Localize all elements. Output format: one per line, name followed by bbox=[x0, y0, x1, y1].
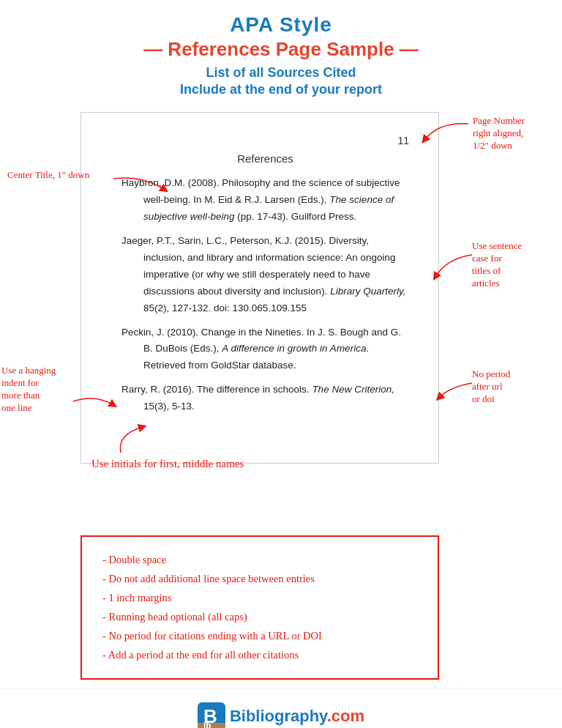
rules-box: Double space Do not add additional line … bbox=[80, 535, 439, 680]
rule-item-1: Double space bbox=[102, 550, 420, 569]
footer: B ib Bibliography.com TEACHER APPROVED. … bbox=[0, 688, 562, 728]
paper-document: 11 References Haybron, D.M. (2008). Phil… bbox=[80, 112, 439, 464]
references-title: References bbox=[121, 152, 409, 165]
annotation-sentencecase: Use sentencecase fortitles ofarticles bbox=[472, 240, 556, 290]
page-wrapper: APA Style — References Page Sample — Lis… bbox=[0, 0, 562, 728]
rule-item-4: Running head optional (all caps) bbox=[102, 607, 420, 626]
bibliography-logo-icon: B ib bbox=[198, 702, 225, 728]
footer-logo-com: .com bbox=[327, 707, 364, 725]
svg-marker-2 bbox=[198, 723, 225, 728]
rule-item-2: Do not add additional line space between… bbox=[102, 569, 420, 588]
footer-logo-text: Bibliography.com bbox=[230, 707, 364, 726]
rules-list: Double space Do not add additional line … bbox=[102, 550, 420, 665]
annotation-pagenum: Page Numberright aligned,1/2" down bbox=[473, 115, 552, 152]
header: APA Style — References Page Sample — Lis… bbox=[0, 0, 562, 105]
ref-entry-2: Jaeger, P.T., Sarin, L.C., Peterson, K.J… bbox=[121, 233, 409, 317]
annotation-initials: Use initials for first, middle names bbox=[91, 457, 311, 472]
ref-entry-1: Haybron, D.M. (2008). Philosophy and the… bbox=[121, 175, 409, 226]
content-area: 11 References Haybron, D.M. (2008). Phil… bbox=[0, 105, 562, 522]
ref-entry-4: Rarry, R. (2016). The difference in scho… bbox=[121, 382, 409, 415]
rule-item-3: 1 inch margins bbox=[102, 588, 420, 607]
page-number: 11 bbox=[121, 135, 409, 146]
annotation-hangingindent: Use a hangingindent formore thanone line bbox=[1, 365, 75, 415]
ref-entry-3: Peckin, J. (2010). Change in the Ninetie… bbox=[121, 324, 409, 375]
header-sub2: List of all Sources Cited bbox=[7, 65, 555, 81]
header-subtitle: — References Page Sample — bbox=[7, 38, 555, 61]
annotation-centertitle: Center Title, 1" down bbox=[7, 169, 117, 182]
annotation-noperiod: No periodafter urlor doi bbox=[472, 368, 556, 406]
rule-item-6: Add a period at the end for all other ci… bbox=[102, 645, 420, 664]
footer-logo-row: B ib Bibliography.com bbox=[198, 702, 364, 728]
header-title: APA Style bbox=[7, 13, 555, 37]
rule-item-5: No period for citations ending with a UR… bbox=[102, 626, 420, 645]
arrow-noperiod bbox=[435, 379, 476, 401]
svg-text:ib: ib bbox=[203, 721, 211, 728]
header-sub3: Include at the end of your report bbox=[7, 82, 555, 97]
